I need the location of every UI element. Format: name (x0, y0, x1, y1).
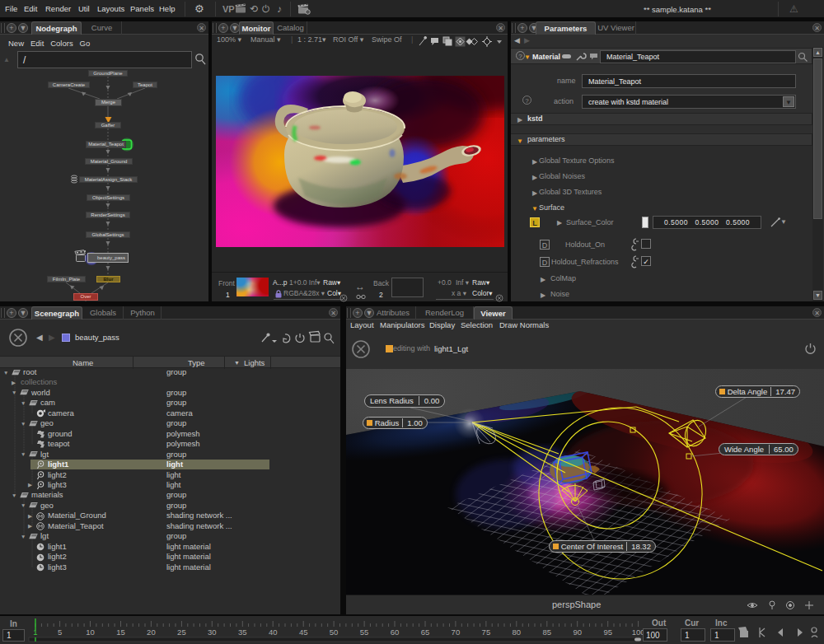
svg-text:50: 50 (330, 628, 339, 637)
svg-text:80: 80 (513, 628, 522, 637)
svg-text:70: 70 (452, 628, 461, 637)
svg-text:95: 95 (603, 628, 612, 637)
svg-text:30: 30 (208, 628, 217, 637)
svg-text:65: 65 (421, 628, 430, 637)
svg-text:85: 85 (543, 628, 552, 637)
svg-text:75: 75 (482, 628, 491, 637)
svg-text:1: 1 (33, 628, 37, 637)
svg-text:45: 45 (299, 628, 308, 637)
svg-text:20: 20 (147, 628, 156, 637)
svg-text:5: 5 (58, 628, 62, 637)
svg-text:25: 25 (177, 628, 186, 637)
svg-text:40: 40 (269, 628, 278, 637)
svg-text:90: 90 (573, 628, 582, 637)
svg-text:35: 35 (238, 628, 247, 637)
svg-text:10: 10 (86, 628, 95, 637)
svg-text:60: 60 (391, 628, 400, 637)
svg-text:55: 55 (360, 628, 369, 637)
svg-text:15: 15 (116, 628, 125, 637)
